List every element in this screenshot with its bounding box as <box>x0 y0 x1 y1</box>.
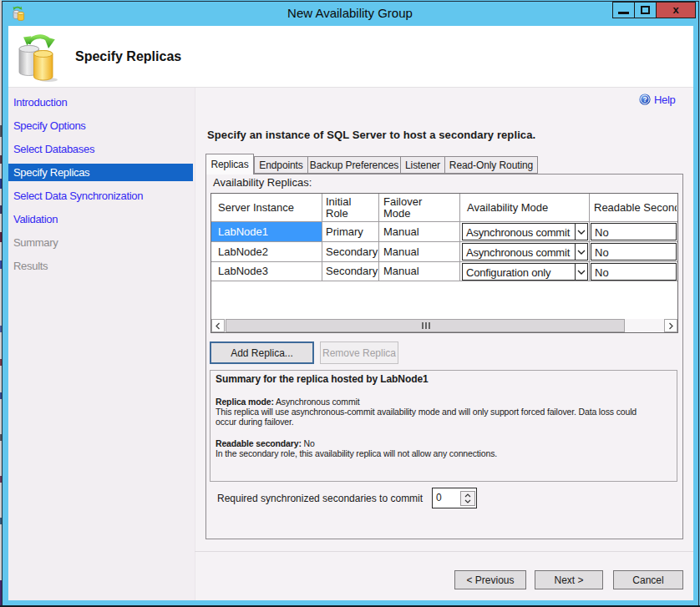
svg-text:?: ? <box>642 95 647 104</box>
